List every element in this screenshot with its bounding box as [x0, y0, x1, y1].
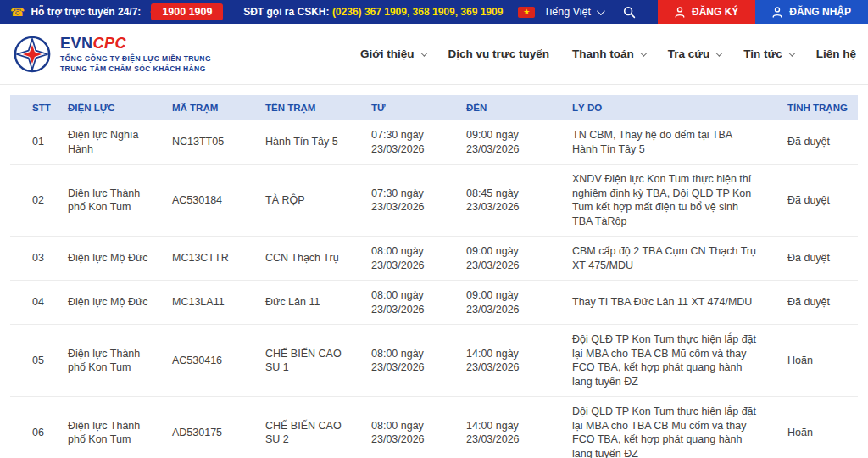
- nav-item-label: Thanh toán: [572, 47, 634, 60]
- nav-item-label: Tra cứu: [668, 47, 710, 60]
- cell-tinh-trang: Đã duyệt: [769, 237, 858, 281]
- table-row: 01 Điện lực Nghĩa Hành NC13TT05 Hành Tín…: [10, 120, 858, 165]
- cell-ma-tram: NC13TT05: [165, 120, 259, 165]
- cell-stt: 04: [10, 281, 61, 325]
- cell-ly-do: Đội QLĐ TP Kon Tum thực hiện lắp đặt lại…: [565, 397, 769, 458]
- cell-dien-luc: Điện lực Thành phố Kon Tum: [61, 325, 165, 397]
- cskh-numbers[interactable]: (0236) 367 1909, 368 1909, 369 1909: [332, 6, 504, 18]
- col-header-tu: TỪ: [364, 95, 459, 120]
- cell-stt: 01: [10, 120, 61, 165]
- chevron-down-icon: [420, 49, 427, 56]
- language-selector[interactable]: Tiếng Việt: [543, 6, 603, 18]
- table-body: 01 Điện lực Nghĩa Hành NC13TT05 Hành Tín…: [10, 120, 858, 458]
- cell-den: 09:00 ngày 23/03/2026: [459, 120, 565, 165]
- logo-cpc: CPC: [93, 35, 127, 52]
- brand-logo[interactable]: EVNCPC TỔNG CÔNG TY ĐIỆN LỰC MIỀN TRUNG …: [13, 35, 211, 74]
- login-button[interactable]: ĐĂNG NHẬP: [755, 0, 868, 24]
- cell-ly-do: XNDV Điện lực Kon Tum thực hiện thí nghi…: [565, 165, 769, 237]
- nav-item-label: Tin tức: [743, 47, 782, 60]
- cell-stt: 02: [10, 165, 61, 237]
- cell-dien-luc: Điện lực Mộ Đức: [61, 237, 165, 281]
- cell-tinh-trang: Đã duyệt: [769, 281, 858, 325]
- cskh-group: SĐT gọi ra CSKH: (0236) 367 1909, 368 19…: [243, 6, 503, 18]
- cell-tu: 07:30 ngày 23/03/2026: [364, 165, 459, 237]
- login-label: ĐĂNG NHẬP: [789, 6, 851, 18]
- nav-item-thanh-toán[interactable]: Thanh toán: [572, 47, 645, 60]
- cell-ten-tram: Hành Tín Tây 5: [259, 120, 364, 165]
- chevron-down-icon: [788, 49, 795, 56]
- table-row: 03 Điện lực Mộ Đức MC13CTTR CCN Thạch Tr…: [10, 237, 858, 281]
- cell-dien-luc: Điện lực Nghĩa Hành: [61, 120, 165, 165]
- org-line-1: TỔNG CÔNG TY ĐIỆN LỰC MIỀN TRUNG: [60, 54, 211, 63]
- user-icon: [772, 7, 782, 18]
- cell-tinh-trang: Đã duyệt: [769, 165, 858, 237]
- cell-tu: 07:30 ngày 23/03/2026: [364, 120, 459, 165]
- cell-ten-tram: CHẾ BIẾN CAO SU 2: [259, 397, 364, 458]
- hotline-badge[interactable]: 1900 1909: [151, 3, 223, 20]
- nav-item-liên-hệ[interactable]: Liên hệ: [816, 47, 856, 60]
- cell-ma-tram: AC530184: [165, 165, 259, 237]
- nav-item-tra-cứu[interactable]: Tra cứu: [668, 47, 721, 60]
- register-button[interactable]: ĐĂNG KÝ: [658, 0, 755, 24]
- cell-stt: 06: [10, 397, 61, 458]
- col-header-ma-tram: MÃ TRẠM: [165, 95, 259, 120]
- nav-item-label: Giới thiệu: [360, 47, 415, 60]
- register-label: ĐĂNG KÝ: [692, 6, 738, 18]
- cell-ly-do: Thay TI TBA Đức Lân 11 XT 474/MDU: [565, 281, 769, 325]
- cell-tu: 08:00 ngày 23/03/2026: [364, 397, 459, 458]
- cell-ma-tram: AC530416: [165, 325, 259, 397]
- search-button[interactable]: [623, 6, 636, 19]
- table-row: 06 Điện lực Thành phố Kon Tum AD530175 C…: [10, 397, 858, 458]
- cell-ma-tram: AD530175: [165, 397, 259, 458]
- nav-item-label: Liên hệ: [816, 47, 856, 60]
- chevron-down-icon: [640, 49, 647, 56]
- cell-ten-tram: CHẾ BIẾN CAO SU 1: [259, 325, 364, 397]
- cell-ten-tram: CCN Thạch Trụ: [259, 237, 364, 281]
- cell-tu: 08:00 ngày 23/03/2026: [364, 281, 459, 325]
- nav-item-giới-thiệu[interactable]: Giới thiệu: [360, 47, 426, 60]
- col-header-den: ĐẾN: [459, 95, 565, 120]
- chevron-down-icon: [597, 7, 605, 15]
- table-row: 04 Điện lực Mộ Đức MC13LA11 Đức Lân 11 0…: [10, 281, 858, 325]
- col-header-tinh-trang: TÌNH TRẠNG: [769, 95, 858, 120]
- top-utility-bar: ☎ Hỗ trợ trực tuyến 24/7: 1900 1909 SĐT …: [0, 0, 868, 24]
- cell-tu: 08:00 ngày 23/03/2026: [364, 325, 459, 397]
- nav-item-label: Dịch vụ trực tuyến: [448, 47, 549, 60]
- cell-tu: 08:00 ngày 23/03/2026: [364, 237, 459, 281]
- cell-dien-luc: Điện lực Thành phố Kon Tum: [61, 165, 165, 237]
- cell-tinh-trang: Hoãn: [769, 325, 858, 397]
- cell-ly-do: Đội QLĐ TP Kon Tum thực hiện lắp đặt lại…: [565, 325, 769, 397]
- cell-stt: 03: [10, 237, 61, 281]
- cell-den: 14:00 ngày 23/03/2026: [459, 397, 565, 458]
- cell-ten-tram: TÀ RỘP: [259, 165, 364, 237]
- cell-den: 09:00 ngày 23/03/2026: [459, 281, 565, 325]
- col-header-ly-do: LÝ DO: [565, 95, 769, 120]
- nav-item-tin-tức[interactable]: Tin tức: [743, 47, 793, 60]
- user-icon: [675, 7, 685, 18]
- cell-den: 08:45 ngày 23/03/2026: [459, 165, 565, 237]
- phone-icon: ☎: [10, 5, 25, 19]
- table-header-row: STT ĐIỆN LỰC MÃ TRẠM TÊN TRẠM TỪ ĐẾN LÝ …: [10, 95, 858, 120]
- outage-table: STT ĐIỆN LỰC MÃ TRẠM TÊN TRẠM TỪ ĐẾN LÝ …: [10, 95, 858, 458]
- cell-tinh-trang: Hoãn: [769, 397, 858, 458]
- cell-den: 14:00 ngày 23/03/2026: [459, 325, 565, 397]
- cell-den: 09:00 ngày 23/03/2026: [459, 237, 565, 281]
- evn-star-logo-icon: [13, 35, 52, 74]
- main-nav: Giới thiệu Dịch vụ trực tuyến Thanh toán…: [360, 47, 856, 60]
- cell-dien-luc: Điện lực Mộ Đức: [61, 281, 165, 325]
- search-icon: [623, 6, 636, 19]
- support-label: Hỗ trợ trực tuyến 24/7:: [31, 6, 141, 18]
- cell-tinh-trang: Đã duyệt: [769, 120, 858, 165]
- logo-wordmark: EVNCPC: [60, 35, 211, 53]
- cell-ma-tram: MC13LA11: [165, 281, 259, 325]
- nav-item-dịch-vụ-trực-tuyến[interactable]: Dịch vụ trực tuyến: [448, 47, 549, 60]
- language-label: Tiếng Việt: [543, 6, 591, 18]
- col-header-dien-luc: ĐIỆN LỰC: [61, 95, 165, 120]
- table-row: 05 Điện lực Thành phố Kon Tum AC530416 C…: [10, 325, 858, 397]
- cell-ma-tram: MC13CTTR: [165, 237, 259, 281]
- col-header-stt: STT: [10, 95, 61, 120]
- auth-buttons: ĐĂNG KÝ ĐĂNG NHẬP: [658, 0, 868, 24]
- cell-dien-luc: Điện lực Thành phố Kon Tum: [61, 397, 165, 458]
- cskh-label: SĐT gọi ra CSKH:: [243, 6, 329, 18]
- logo-evn: EVN: [60, 35, 93, 52]
